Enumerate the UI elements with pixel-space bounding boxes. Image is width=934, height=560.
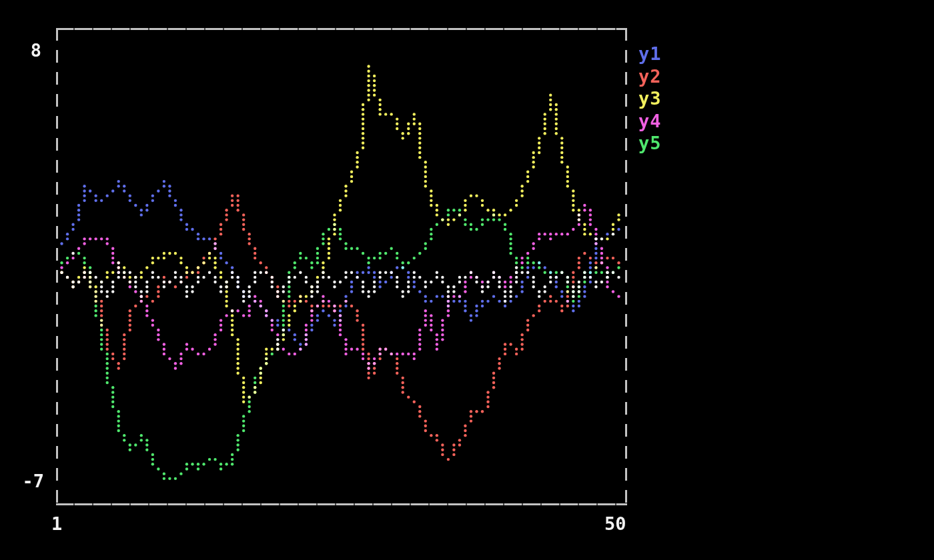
data-dot: [458, 439, 461, 441]
data-dot: [316, 257, 319, 259]
data-dot: [248, 410, 250, 413]
data-dot: [520, 285, 523, 288]
data-dot: [526, 324, 529, 327]
data-dot: [367, 79, 370, 82]
data-dot: [271, 276, 274, 279]
data-dot: [157, 257, 159, 259]
data-dot: [282, 305, 285, 307]
data-dot: [441, 443, 444, 446]
data-dot: [350, 247, 353, 250]
data-dot: [396, 117, 398, 120]
data-dot: [544, 271, 546, 273]
data-dot: [219, 319, 222, 321]
data-dot: [356, 309, 358, 312]
data-dot: [271, 329, 274, 331]
data-dot: [549, 233, 552, 235]
data-dot: [157, 285, 159, 288]
data-dot: [105, 237, 108, 240]
data-dot: [163, 252, 165, 255]
data-dot: [470, 419, 472, 422]
data-dot: [441, 295, 444, 297]
data-dot: [179, 357, 182, 360]
data-dot: [475, 314, 478, 317]
data-dot: [452, 443, 455, 446]
data-dot: [544, 132, 546, 135]
data-dot: [105, 353, 108, 355]
data-dot: [129, 281, 131, 283]
data-dot: [344, 189, 347, 192]
data-dot: [288, 353, 290, 355]
data-dot: [294, 266, 296, 269]
data-dot: [520, 189, 523, 192]
data-dot: [481, 285, 484, 288]
data-dot: [458, 281, 461, 283]
data-dot: [231, 329, 234, 331]
data-dot: [282, 324, 285, 327]
data-dot: [424, 180, 427, 183]
data-dot: [350, 271, 353, 273]
data-dot: [185, 295, 188, 297]
data-dot: [407, 261, 410, 264]
data-dot: [356, 151, 358, 154]
data-dot: [134, 305, 137, 307]
data-dot: [470, 415, 472, 417]
data-dot: [344, 247, 347, 250]
data-dot: [339, 209, 342, 211]
data-dot: [538, 261, 540, 264]
data-dot: [282, 300, 285, 303]
data-dot: [515, 348, 518, 351]
data-dot: [458, 276, 461, 279]
data-dot: [129, 199, 131, 202]
data-dot: [157, 189, 159, 192]
data-dot: [402, 377, 404, 379]
data-dot: [555, 233, 558, 235]
data-dot: [362, 290, 364, 293]
data-dot: [151, 271, 154, 273]
data-dot: [260, 305, 262, 307]
data-dot: [265, 309, 268, 312]
data-dot: [384, 271, 387, 273]
data-dot: [464, 290, 466, 293]
legend-item-y1: y1: [638, 43, 662, 65]
data-dot: [424, 281, 427, 283]
data-dot: [486, 391, 489, 393]
data-dot: [236, 285, 239, 288]
data-dot: [515, 271, 518, 273]
data-dot: [145, 449, 148, 451]
data-dot: [191, 290, 193, 293]
data-dot: [424, 429, 427, 432]
legend-item-y4: y4: [638, 110, 662, 133]
data-dot: [504, 343, 506, 345]
data-dot: [481, 300, 484, 303]
data-dot: [197, 266, 199, 269]
data-dot: [174, 252, 177, 255]
data-dot: [458, 209, 461, 211]
data-dot: [447, 458, 450, 461]
data-dot: [481, 305, 484, 307]
data-dot: [356, 276, 358, 279]
data-dot: [248, 242, 250, 245]
data-dot: [242, 295, 245, 297]
data-dot: [316, 285, 319, 288]
data-dot: [134, 285, 137, 288]
data-dot: [566, 233, 569, 235]
data-dot: [555, 123, 558, 125]
data-dot: [151, 463, 154, 465]
data-dot: [362, 338, 364, 341]
data-dot: [544, 233, 546, 235]
data-dot: [594, 252, 597, 255]
data-dot: [606, 266, 608, 269]
data-dot: [260, 300, 262, 303]
data-dot: [612, 271, 614, 273]
data-dot: [441, 338, 444, 341]
data-dot: [486, 281, 489, 283]
data-dot: [294, 338, 296, 341]
data-dot: [145, 439, 148, 441]
data-dot: [402, 137, 404, 139]
data-dot: [447, 295, 450, 297]
data-dot: [60, 242, 63, 245]
data-dot: [339, 309, 342, 312]
data-dot: [316, 261, 319, 264]
data-dot: [94, 300, 97, 303]
data-dot: [111, 405, 114, 408]
